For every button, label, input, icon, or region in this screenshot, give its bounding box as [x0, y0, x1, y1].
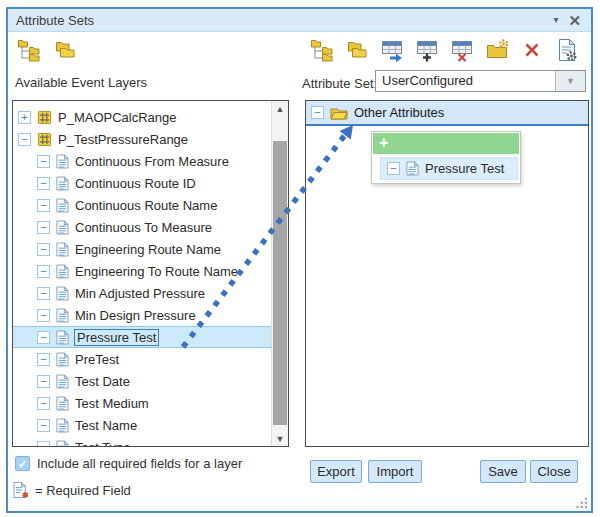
vertical-scrollbar[interactable]: ▲ ▼ — [271, 101, 288, 446]
export-button[interactable]: Export — [310, 460, 362, 483]
event-layer-icon — [37, 132, 52, 147]
field-icon — [56, 198, 69, 213]
title-bar[interactable]: Attribute Sets ▾ ✕ — [8, 9, 591, 32]
dropdown-arrow-icon[interactable]: ▼ — [555, 71, 585, 91]
tree-item[interactable]: − PreTest — [13, 348, 272, 370]
close-icon[interactable]: ✕ — [568, 13, 581, 28]
attribute-set-dropdown[interactable]: UserConfigured ▼ — [375, 70, 586, 92]
collapse-icon[interactable]: − — [37, 155, 50, 168]
tree-item[interactable]: − Min Design Pressure — [13, 304, 272, 326]
tree-item[interactable]: − P_TestPressureRange — [13, 128, 272, 150]
collapse-icon[interactable]: − — [37, 199, 50, 212]
checkbox-label: Include all required fields for a layer — [37, 456, 242, 471]
tree-item[interactable]: − Min Adjusted Pressure — [13, 282, 272, 304]
collapse-icon[interactable]: − — [37, 441, 50, 448]
field-icon — [56, 352, 69, 367]
delete-x-icon[interactable] — [520, 38, 544, 62]
collapse-icon[interactable]: − — [37, 177, 50, 190]
scroll-up-icon[interactable]: ▲ — [272, 101, 288, 116]
new-attribute-set-tree-icon[interactable] — [17, 38, 41, 62]
required-field-label: = Required Field — [35, 483, 131, 498]
tree-item-label: Min Adjusted Pressure — [75, 286, 205, 301]
field-icon — [56, 220, 69, 235]
attribute-set-panel: − Other Attributes + − Pressure Test — [305, 100, 589, 447]
collapse-icon[interactable]: − — [37, 265, 50, 278]
drag-preview: + − Pressure Test — [371, 131, 521, 184]
include-required-fields-row[interactable]: ✓ Include all required fields for a laye… — [15, 456, 242, 471]
collapse-icon[interactable]: − — [37, 353, 50, 366]
new-group-folder-icon[interactable] — [485, 38, 509, 62]
collapse-icon[interactable]: − — [37, 397, 50, 410]
drop-indicator: + — [373, 133, 519, 154]
tree-item[interactable]: − Continuous Route Name — [13, 194, 272, 216]
toolbar — [8, 36, 591, 66]
event-layers-tree: + P_MAOPCalcRange − P_TestPressureRange … — [13, 106, 272, 447]
field-icon — [56, 396, 69, 411]
collapse-icon[interactable]: − — [37, 375, 50, 388]
available-layers-panel: + P_MAOPCalcRange − P_TestPressureRange … — [12, 100, 289, 447]
collapse-icon: − — [387, 162, 400, 175]
tree-item-label: Test Date — [75, 374, 130, 389]
group-label: Other Attributes — [354, 105, 444, 120]
tree-item[interactable]: − Test Medium — [13, 392, 272, 414]
field-icon — [56, 418, 69, 433]
collapse-caret-icon[interactable]: ▾ — [553, 15, 558, 25]
tree-item-label: Test Medium — [75, 396, 149, 411]
required-field-icon — [13, 481, 30, 499]
tree-item[interactable]: − Engineering Route Name — [13, 238, 272, 260]
save-button[interactable]: Save — [480, 460, 526, 483]
tree-item-label: Continuous From Measure — [75, 154, 229, 169]
open-folder-icon — [330, 106, 348, 120]
field-icon — [56, 330, 69, 345]
window-title: Attribute Sets — [8, 13, 94, 28]
tree-item-label: Test Type — [75, 440, 130, 448]
tree-item[interactable]: − Test Name — [13, 414, 272, 436]
tree-item-label: Engineering Route Name — [75, 242, 221, 257]
scrollbar-thumb[interactable] — [273, 141, 287, 425]
import-button[interactable]: Import — [368, 460, 422, 483]
tree-item[interactable]: − Engineering To Route Name — [13, 260, 272, 282]
expand-icon[interactable]: + — [18, 111, 31, 124]
tree-item-selected[interactable]: − Pressure Test — [13, 326, 272, 348]
collapse-icon[interactable]: − — [37, 221, 50, 234]
field-icon — [56, 308, 69, 323]
tree-item[interactable]: − Continuous Route ID — [13, 172, 272, 194]
configure-document-icon[interactable] — [555, 38, 579, 62]
attribute-set-label: Attribute Set: — [302, 76, 377, 91]
scroll-down-icon[interactable]: ▼ — [272, 431, 288, 446]
collapse-icon[interactable]: − — [37, 243, 50, 256]
collapse-icon[interactable]: − — [37, 287, 50, 300]
close-button[interactable]: Close — [530, 460, 578, 483]
collapse-icon[interactable]: − — [37, 419, 50, 432]
collapse-icon[interactable]: − — [37, 309, 50, 322]
tree-item[interactable]: − Test Date — [13, 370, 272, 392]
tree-item-label: P_TestPressureRange — [58, 132, 188, 147]
tree-item[interactable]: − Continuous From Measure — [13, 150, 272, 172]
tree-item-label: Continuous Route Name — [75, 198, 217, 213]
attribute-set-value: UserConfigured — [376, 71, 555, 91]
tree-item-label: P_MAOPCalcRange — [58, 110, 177, 125]
collapse-icon[interactable]: − — [18, 133, 31, 146]
tree-item-label: Min Design Pressure — [75, 308, 196, 323]
tree-item-label: PreTest — [75, 352, 119, 367]
tree-item-label: Continuous To Measure — [75, 220, 212, 235]
collapse-icon[interactable]: − — [311, 106, 324, 119]
available-event-layers-label: Available Event Layers — [15, 75, 147, 90]
new-attribute-set-tree-icon[interactable] — [310, 38, 334, 62]
open-folders-icon[interactable] — [53, 38, 77, 62]
remove-field-table-icon[interactable] — [450, 38, 474, 62]
field-icon — [56, 264, 69, 279]
other-attributes-group[interactable]: − Other Attributes — [306, 101, 588, 126]
collapse-icon[interactable]: − — [37, 331, 50, 344]
add-field-table-icon[interactable] — [415, 38, 439, 62]
resize-grip-icon[interactable] — [575, 496, 588, 509]
tree-item[interactable]: + P_MAOPCalcRange — [13, 106, 272, 128]
include-required-checkbox[interactable]: ✓ — [15, 456, 30, 471]
tree-item-label: Pressure Test — [75, 330, 158, 345]
open-folders-icon[interactable] — [345, 38, 369, 62]
plus-icon: + — [379, 134, 388, 151]
tree-item[interactable]: − Continuous To Measure — [13, 216, 272, 238]
tree-item[interactable]: − Test Type — [13, 436, 272, 447]
field-icon — [56, 154, 69, 169]
add-event-layer-table-icon[interactable] — [380, 38, 404, 62]
